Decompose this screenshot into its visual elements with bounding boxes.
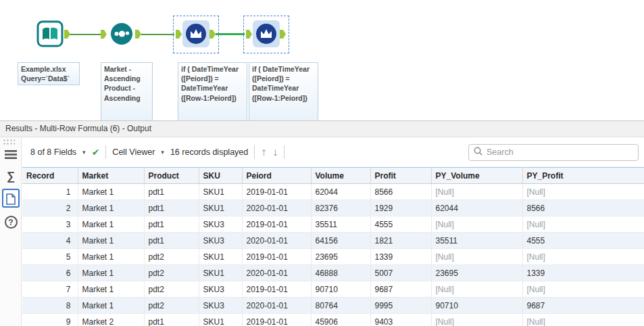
- cell[interactable]: 8566: [370, 184, 431, 200]
- cell[interactable]: pdt1: [144, 233, 199, 249]
- record-number-cell[interactable]: 7: [22, 281, 78, 298]
- workflow-canvas[interactable]: Example.xlsx Query=`Data$` Market - Asce…: [0, 0, 644, 120]
- tool-input-data[interactable]: [36, 20, 64, 47]
- cell[interactable]: 90710: [431, 298, 522, 314]
- cell-viewer-dropdown[interactable]: Cell Viewer: [112, 147, 155, 157]
- tool-annotation[interactable]: Example.xlsx Query=`Data$`: [18, 62, 80, 85]
- record-number-cell[interactable]: 6: [22, 265, 78, 281]
- panel-drag-grip[interactable]: [3, 139, 15, 145]
- cell[interactable]: 62044: [311, 184, 370, 200]
- cell[interactable]: 2019-01-01: [242, 314, 311, 326]
- cell[interactable]: pdt1: [144, 200, 199, 216]
- column-header-py_profit[interactable]: PY_Profit: [522, 168, 644, 184]
- cell[interactable]: pdt1: [144, 216, 199, 233]
- cell[interactable]: pdt2: [144, 281, 199, 298]
- cell[interactable]: Market 1: [78, 216, 144, 233]
- column-header-sku[interactable]: SKU: [199, 168, 242, 184]
- column-header-product[interactable]: Product: [144, 168, 199, 184]
- cell[interactable]: 2019-01-01: [242, 249, 311, 265]
- cell[interactable]: [Null]: [522, 249, 644, 265]
- page-view-icon[interactable]: [0, 193, 22, 205]
- output-anchor[interactable]: [64, 30, 70, 39]
- input-anchor[interactable]: [101, 30, 107, 39]
- cell[interactable]: pdt1: [144, 314, 199, 326]
- cell[interactable]: Market 1: [78, 184, 144, 200]
- cell[interactable]: [Null]: [431, 216, 522, 233]
- record-number-cell[interactable]: 1: [22, 184, 78, 200]
- cell[interactable]: SKU1: [199, 265, 242, 281]
- cell[interactable]: [Null]: [522, 184, 644, 200]
- cell[interactable]: 2020-01-01: [242, 265, 311, 281]
- cell[interactable]: 35511: [431, 233, 522, 249]
- cell[interactable]: pdt2: [144, 249, 199, 265]
- record-number-cell[interactable]: 4: [22, 233, 78, 249]
- metadata-sigma-icon[interactable]: ∑: [0, 170, 22, 183]
- column-header-peiord[interactable]: Peiord: [242, 168, 311, 184]
- table-row[interactable]: 9Market 2pdt1SKU12019-01-01459069403[Nul…: [22, 314, 644, 326]
- tool-sort[interactable]: [108, 20, 135, 47]
- cell[interactable]: [Null]: [522, 314, 644, 326]
- cell[interactable]: 64156: [311, 233, 370, 249]
- cell[interactable]: Market 1: [78, 265, 144, 281]
- cell[interactable]: 4555: [522, 233, 644, 249]
- cell[interactable]: [Null]: [431, 281, 522, 298]
- down-arrow-icon[interactable]: ↓: [272, 146, 278, 158]
- apply-check-icon[interactable]: ✔: [92, 147, 100, 158]
- cell[interactable]: 46888: [311, 265, 370, 281]
- chevron-down-icon[interactable]: ▾: [82, 149, 86, 156]
- table-row[interactable]: 4Market 1pdt1SKU32020-01-016415618213551…: [22, 233, 644, 249]
- cell[interactable]: 9403: [370, 314, 431, 326]
- chevron-down-icon[interactable]: ▾: [161, 149, 164, 156]
- table-row[interactable]: 8Market 1pdt2SKU32020-01-018076499959071…: [22, 298, 644, 314]
- cell[interactable]: 2019-01-01: [242, 184, 311, 200]
- cell[interactable]: 80764: [311, 298, 370, 314]
- cell[interactable]: 62044: [431, 200, 522, 216]
- cell[interactable]: 2019-01-01: [242, 216, 311, 233]
- connector-input-to-sort[interactable]: [70, 34, 101, 35]
- help-icon[interactable]: ?: [0, 216, 22, 229]
- cell[interactable]: 2019-01-01: [242, 281, 311, 298]
- cell[interactable]: pdt2: [144, 265, 199, 281]
- record-number-cell[interactable]: 8: [22, 298, 78, 314]
- column-header-volume[interactable]: Volume: [311, 168, 370, 184]
- cell[interactable]: SKU3: [199, 216, 242, 233]
- cell[interactable]: 1339: [370, 249, 431, 265]
- cell[interactable]: 45906: [311, 314, 370, 326]
- grid-view-icon[interactable]: [0, 148, 22, 160]
- cell[interactable]: 5007: [370, 265, 431, 281]
- cell[interactable]: 9995: [370, 298, 431, 314]
- cell[interactable]: [Null]: [431, 249, 522, 265]
- cell[interactable]: Market 2: [78, 314, 144, 326]
- cell[interactable]: 90710: [311, 281, 370, 298]
- record-number-cell[interactable]: 3: [22, 216, 78, 233]
- cell[interactable]: Market 1: [78, 249, 144, 265]
- column-header-market[interactable]: Market: [78, 168, 144, 184]
- tool-annotation[interactable]: if ( DateTimeYear ([Peiord]) = DateTimeY…: [178, 62, 247, 123]
- tool-annotation[interactable]: Market - Ascending Product - Ascending: [101, 62, 153, 123]
- search-box[interactable]: [468, 144, 639, 161]
- cell[interactable]: 4555: [370, 216, 431, 233]
- fields-dropdown[interactable]: 8 of 8 Fields: [30, 147, 76, 157]
- table-row[interactable]: 2Market 1pdt1SKU12020-01-018237619296204…: [22, 200, 644, 216]
- cell[interactable]: 35511: [311, 216, 370, 233]
- cell[interactable]: Market 1: [78, 298, 144, 314]
- table-row[interactable]: 7Market 1pdt2SKU32019-01-01907109687[Nul…: [22, 281, 644, 298]
- cell[interactable]: 8566: [522, 200, 644, 216]
- table-row[interactable]: 5Market 1pdt2SKU12019-01-01236951339[Nul…: [22, 249, 644, 265]
- cell[interactable]: SKU3: [199, 281, 242, 298]
- cell[interactable]: SKU1: [199, 249, 242, 265]
- cell[interactable]: 9687: [522, 298, 644, 314]
- table-row[interactable]: 6Market 1pdt2SKU12020-01-014688850072369…: [22, 265, 644, 281]
- record-number-cell[interactable]: 9: [22, 314, 78, 326]
- cell[interactable]: [Null]: [522, 281, 644, 298]
- output-anchor[interactable]: [135, 30, 141, 39]
- column-header-record[interactable]: Record: [22, 168, 78, 184]
- cell[interactable]: SKU3: [199, 233, 242, 249]
- tool-multi-row-formula-6[interactable]: [253, 20, 280, 47]
- cell[interactable]: SKU1: [199, 200, 242, 216]
- record-number-cell[interactable]: 5: [22, 249, 78, 265]
- cell[interactable]: 2020-01-01: [242, 233, 311, 249]
- cell[interactable]: SKU1: [199, 184, 242, 200]
- cell[interactable]: Market 1: [78, 281, 144, 298]
- tool-multi-row-formula-5[interactable]: [182, 20, 209, 47]
